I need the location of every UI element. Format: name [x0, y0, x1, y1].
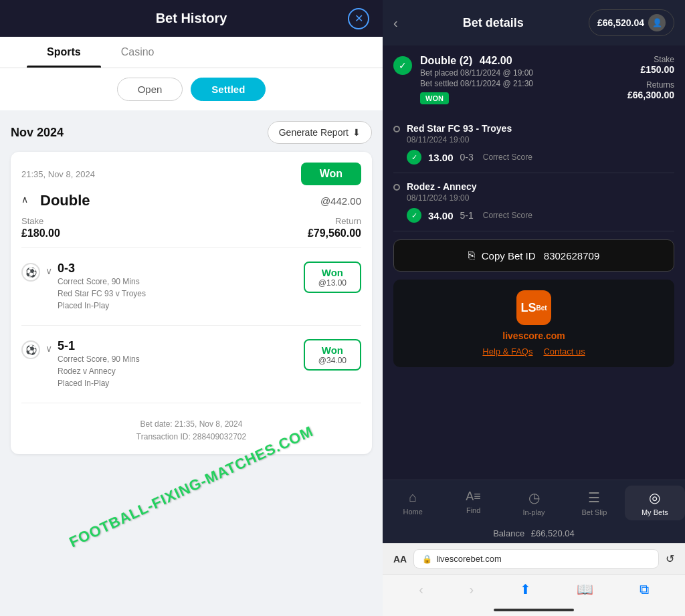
- ls-links: Help & FAQs Contact us: [482, 346, 585, 356]
- market-label-1: Correct Score: [483, 152, 532, 162]
- balance-row: Balance £66,520.04: [383, 523, 685, 543]
- selection-detail-1: Correct Score, 90 Mins Red Star FC 93 v …: [58, 276, 146, 312]
- content-area: Nov 2024 Generate Report ⬇ 21:35, Nov 8,…: [0, 110, 383, 616]
- market-label-2: Correct Score: [483, 211, 532, 220]
- month-label: Nov 2024: [11, 126, 64, 140]
- copy-bet-id-button[interactable]: ⎘ Copy Bet ID 8302628709: [393, 239, 674, 272]
- match-name-2: Rodez - Annecy: [407, 181, 674, 192]
- match-info-1: Red Star FC 93 - Troyes 08/11/2024 19:00: [407, 123, 674, 144]
- won-green-badge: WON: [420, 92, 449, 104]
- return-label: Return: [335, 216, 361, 226]
- bet-summary-title: Double (2) 442.00: [420, 55, 619, 67]
- filter-open-button[interactable]: Open: [117, 78, 183, 101]
- ls-bet-logo: LSBet: [516, 290, 551, 325]
- stake-value: £180.00: [21, 227, 60, 239]
- page-title: Bet History: [156, 11, 227, 26]
- selection-info-1: 0-3 Correct Score, 90 Mins Red Star FC 9…: [58, 262, 146, 312]
- match-info-2: Rodez - Annecy 08/11/2024 19:00: [407, 181, 674, 203]
- divider-1: [21, 247, 361, 248]
- bet-details-title: Bet details: [463, 16, 524, 30]
- nav-item-betslip[interactable]: ☰ Bet Slip: [564, 486, 624, 520]
- result-label-2: 5-1: [460, 210, 474, 221]
- home-bar: [494, 609, 574, 611]
- dot-circle-2: [393, 184, 400, 191]
- ls-url: livescore.com: [502, 330, 565, 341]
- won-badge-main: Won: [301, 163, 361, 185]
- bet-summary-info: Double (2) 442.00 Bet placed 08/11/2024 …: [420, 55, 619, 104]
- bet-details-content: ✓ Double (2) 442.00 Bet placed 08/11/202…: [383, 45, 685, 480]
- home-indicator: [383, 604, 685, 616]
- selection-left-1: ⚽ ∨ 0-3 Correct Score, 90 Mins Red Star …: [21, 262, 146, 312]
- browser-aa[interactable]: AA: [393, 554, 407, 564]
- generate-report-button[interactable]: Generate Report ⬇: [268, 121, 372, 144]
- left-header: Bet History ✕: [0, 0, 383, 37]
- match-row-2: Rodez - Annecy 08/11/2024 19:00: [393, 181, 674, 203]
- browser-tabs-icon[interactable]: ⧉: [640, 582, 649, 597]
- download-icon: ⬇: [353, 127, 361, 138]
- close-button[interactable]: ✕: [348, 8, 369, 29]
- selection-row-2: ⚽ ∨ 5-1 Correct Score, 90 Mins Rodez v A…: [21, 332, 361, 396]
- bet-footer: Bet date: 21:35, Nov 8, 2024 Transaction…: [21, 410, 361, 443]
- home-icon: ⌂: [409, 490, 417, 505]
- browser-bookmarks-icon[interactable]: 📖: [577, 581, 593, 597]
- stake-return-row: Stake £180.00 Return £79,560.00: [21, 216, 361, 239]
- nav-label-find: Find: [466, 506, 480, 514]
- bet-settled-text: Bet settled 08/11/2024 @ 21:30: [420, 79, 619, 88]
- match-score-row-1: ✓ 13.00 0-3 Correct Score: [407, 150, 674, 165]
- bet-odds: @442.00: [320, 195, 361, 207]
- browser-forward-icon[interactable]: ›: [469, 582, 474, 597]
- ls-bet-section: LSBet livescore.com Help & FAQs Contact …: [393, 280, 674, 367]
- browser-back-icon[interactable]: ‹: [419, 582, 423, 597]
- balance-amount: £66,520.04: [597, 17, 644, 28]
- score-label-1: 13.00: [428, 152, 454, 163]
- match-name-1: Red Star FC 93 - Troyes: [407, 123, 674, 134]
- result-label-1: 0-3: [460, 152, 474, 163]
- lock-icon: 🔒: [422, 554, 432, 564]
- match-item-2: Rodez - Annecy 08/11/2024 19:00 ✓ 34.00 …: [393, 173, 674, 231]
- tab-casino[interactable]: Casino: [101, 37, 175, 68]
- nav-item-home[interactable]: ⌂ Home: [383, 486, 443, 520]
- dot-circle-1: [393, 126, 400, 132]
- score-label-2: 34.00: [428, 210, 454, 221]
- filter-settled-button[interactable]: Settled: [191, 78, 266, 101]
- left-panel: Bet History ✕ Sports Casino Open Settled…: [0, 0, 383, 616]
- nav-item-inplay[interactable]: ◷ In-play: [504, 486, 564, 520]
- won-badge-outline-2: Won @34.00: [304, 339, 361, 371]
- browser-nav-row: ‹ › ⬆ 📖 ⧉: [383, 574, 685, 604]
- divider-3: [21, 403, 361, 403]
- selection-left-2: ⚽ ∨ 5-1 Correct Score, 90 Mins Rodez v A…: [21, 339, 140, 389]
- tab-sports[interactable]: Sports: [27, 37, 101, 68]
- bet-time: 21:35, Nov 8, 2024: [21, 169, 95, 179]
- help-link[interactable]: Help & FAQs: [482, 346, 532, 356]
- browser-share-icon[interactable]: ⬆: [520, 581, 531, 597]
- avatar: 👤: [648, 14, 666, 31]
- right-panel: ‹ Bet details £66,520.04 👤 ✓ Double (2) …: [383, 0, 685, 616]
- browser-url-bar[interactable]: 🔒 livescorebet.com: [413, 549, 659, 569]
- check-small-1: ✓: [407, 150, 421, 165]
- contact-link[interactable]: Contact us: [543, 346, 585, 356]
- balance-badge: £66,520.04 👤: [589, 9, 674, 36]
- nav-item-mybets[interactable]: ◎ My Bets: [625, 486, 685, 520]
- reload-icon[interactable]: ↺: [666, 552, 674, 565]
- nav-label-inplay: In-play: [523, 508, 545, 516]
- balance-text: Balance £66,520.04: [493, 528, 575, 538]
- chevron-up-icon[interactable]: ∧: [21, 194, 35, 207]
- divider-2: [21, 325, 361, 326]
- bet-type-row: ∧ Double @442.00: [21, 192, 361, 209]
- nav-label-betslip: Bet Slip: [581, 508, 607, 516]
- chevron-down-icon-1[interactable]: ∨: [45, 266, 52, 276]
- match-time-2: 08/11/2024 19:00: [407, 193, 674, 203]
- check-circle-main: ✓: [393, 56, 412, 75]
- nav-item-find[interactable]: A≡ Find: [443, 486, 503, 520]
- footer-date: Bet date: 21:35, Nov 8, 2024: [21, 418, 361, 431]
- bet-card: 21:35, Nov 8, 2024 Won ∧ Double @442.00 …: [11, 152, 372, 454]
- match-time-1: 08/11/2024 19:00: [407, 135, 674, 144]
- selection-score-2: 5-1: [58, 339, 140, 353]
- chevron-down-icon-2[interactable]: ∨: [45, 343, 52, 354]
- back-arrow-icon[interactable]: ‹: [393, 15, 398, 31]
- match-row-1: Red Star FC 93 - Troyes 08/11/2024 19:00: [393, 123, 674, 144]
- selection-score-1: 0-3: [58, 262, 146, 276]
- selection-info-2: 5-1 Correct Score, 90 Mins Rodez v Annec…: [58, 339, 140, 389]
- inplay-icon: ◷: [528, 490, 540, 506]
- browser-bar: AA 🔒 livescorebet.com ↺: [383, 543, 685, 574]
